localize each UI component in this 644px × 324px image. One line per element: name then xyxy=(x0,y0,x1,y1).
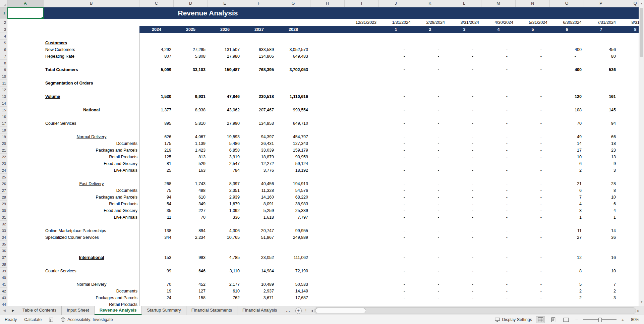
grid-cell[interactable]: - xyxy=(516,107,550,113)
grid-cell[interactable]: - xyxy=(516,180,550,187)
grid-cell[interactable]: 54,576 xyxy=(276,187,310,194)
grid-cell[interactable]: 249,889 xyxy=(276,234,310,241)
grid-cell[interactable]: - xyxy=(379,201,413,207)
column-header-F[interactable]: F xyxy=(242,0,276,7)
row-header-15[interactable]: 15 xyxy=(0,107,7,113)
grid-cell[interactable]: 610 xyxy=(208,288,242,294)
grid-cell[interactable]: 1,139 xyxy=(174,140,208,147)
grid-cell[interactable]: 8 xyxy=(584,187,618,194)
row-header-13[interactable]: 13 xyxy=(0,93,7,100)
grid-cell[interactable]: - xyxy=(447,167,481,174)
grid-cell[interactable]: 1,377 xyxy=(139,107,174,113)
grid-cell[interactable]: 1,092 xyxy=(208,207,242,214)
selected-cell-A1[interactable] xyxy=(7,7,44,19)
grid-cell[interactable]: - xyxy=(379,194,413,201)
grid-cell[interactable]: - xyxy=(481,107,516,113)
grid-cell[interactable]: 40,456 xyxy=(242,180,276,187)
grid-cell[interactable]: 230,518 xyxy=(242,93,276,100)
row-label[interactable]: Specialized Courier Services xyxy=(44,234,139,241)
grid-cell[interactable]: - xyxy=(516,66,550,73)
column-header-I[interactable]: I xyxy=(345,0,379,7)
grid-cell[interactable]: - xyxy=(413,120,447,127)
tab-options-icon[interactable]: ⋮ xyxy=(303,306,308,315)
grid-cell[interactable]: - xyxy=(516,214,550,221)
grid-cell[interactable]: 5,259 xyxy=(242,207,276,214)
grid-cell[interactable]: - xyxy=(413,268,447,274)
row-label[interactable]: Retail Products xyxy=(44,301,139,306)
grid-cell[interactable]: - xyxy=(516,120,550,127)
month-number-K[interactable]: 2 xyxy=(413,26,447,33)
grid-cell[interactable]: - xyxy=(481,288,516,294)
grid-cell[interactable]: - xyxy=(447,53,481,60)
vertical-scrollbar[interactable]: ▲ ▼ xyxy=(639,0,644,306)
grid-cell[interactable]: 12 xyxy=(550,254,584,261)
grid-cell[interactable]: - xyxy=(413,93,447,100)
grid-cell[interactable]: 5 xyxy=(550,281,584,288)
grid-cell[interactable]: - xyxy=(447,93,481,100)
column-header-A[interactable]: A xyxy=(7,0,44,7)
grid-cell[interactable]: 1,679 xyxy=(208,201,242,207)
tab-nav-right-icon[interactable]: ▶ xyxy=(9,306,17,315)
row-label[interactable]: Retail Products xyxy=(44,201,139,207)
row-header-41[interactable]: 41 xyxy=(0,281,7,288)
grid-cell[interactable]: - xyxy=(379,167,413,174)
grid-cell[interactable]: 50,533 xyxy=(276,281,310,288)
grid-cell[interactable]: 153 xyxy=(139,254,174,261)
month-number-O[interactable]: 6 xyxy=(550,26,584,33)
grid-cell[interactable]: - xyxy=(447,227,481,234)
grid-cell[interactable]: 219 xyxy=(139,147,174,154)
grid-cell[interactable]: 11,328 xyxy=(242,187,276,194)
grid-cell[interactable]: 18 xyxy=(584,140,618,147)
sheet-tab-input-sheet[interactable]: Input Sheet xyxy=(62,306,95,315)
grid-cell[interactable]: 646 xyxy=(174,268,208,274)
row-label[interactable]: Normal Delivery xyxy=(44,281,139,288)
grid-cell[interactable]: - xyxy=(413,133,447,140)
sheet-tab-table-of-contents[interactable]: Table of Contents xyxy=(17,306,62,315)
grid-cell[interactable]: - xyxy=(516,194,550,201)
grid-cell[interactable]: 33,103 xyxy=(174,66,208,73)
row-header-30[interactable]: 30 xyxy=(0,207,7,214)
grid-cell[interactable]: 3,110 xyxy=(208,268,242,274)
grid-cell[interactable]: 456 xyxy=(584,46,618,53)
grid-cell[interactable]: - xyxy=(516,254,550,261)
grid-cell[interactable]: - xyxy=(481,66,516,73)
grid-cell[interactable]: - xyxy=(379,53,413,60)
grid-cell[interactable]: 7 xyxy=(550,194,584,201)
grid-cell[interactable]: 649,710 xyxy=(276,120,310,127)
date-header-J[interactable]: 1/31/2024 xyxy=(379,19,413,26)
row-label[interactable]: Fast Delivery xyxy=(44,180,139,187)
grid-cell[interactable]: - xyxy=(447,294,481,301)
grid-cell[interactable]: 35 xyxy=(139,207,174,214)
grid-cell[interactable]: 80 xyxy=(584,53,618,60)
row-header-18[interactable]: 18 xyxy=(0,127,7,133)
grid-cell[interactable]: 108 xyxy=(550,107,584,113)
accessibility-status-button[interactable]: Accessibility: Investigate xyxy=(61,317,113,322)
grid-cell[interactable]: 19,593 xyxy=(208,133,242,140)
grid-cell[interactable]: 6 xyxy=(550,160,584,167)
grid-cell[interactable]: - xyxy=(481,160,516,167)
grid-cell[interactable]: 14,984 xyxy=(242,268,276,274)
grid-cell[interactable]: 75 xyxy=(139,187,174,194)
row-header-20[interactable]: 20 xyxy=(0,140,7,147)
grid-cell[interactable]: 81 xyxy=(139,160,174,167)
grid-cell[interactable]: - xyxy=(447,187,481,194)
grid-cell[interactable]: 99 xyxy=(139,268,174,274)
row-label[interactable]: Online Marketplace Partnerships xyxy=(44,227,139,234)
grid-cell[interactable]: 159,487 xyxy=(208,66,242,73)
grid-cell[interactable]: - xyxy=(516,147,550,154)
row-label[interactable]: Repeating Rate xyxy=(44,53,139,60)
grid-cell[interactable]: 762 xyxy=(208,294,242,301)
row-header-10[interactable]: 10 xyxy=(0,73,7,80)
grid-cell[interactable]: 452 xyxy=(174,281,208,288)
grid-cell[interactable]: - xyxy=(413,167,447,174)
row-label[interactable]: Retail Products xyxy=(44,154,139,160)
grid-cell[interactable]: - xyxy=(379,147,413,154)
grid-cell[interactable]: 6 xyxy=(584,201,618,207)
grid-cell[interactable]: - xyxy=(379,268,413,274)
grid-cell[interactable]: 27,990 xyxy=(208,120,242,127)
grid-cell[interactable]: - xyxy=(481,268,516,274)
grid-cell[interactable]: - xyxy=(516,160,550,167)
zoom-out-button[interactable]: − xyxy=(574,317,579,323)
grid-cell[interactable]: - xyxy=(413,107,447,113)
grid-cell[interactable]: 36 xyxy=(584,234,618,241)
